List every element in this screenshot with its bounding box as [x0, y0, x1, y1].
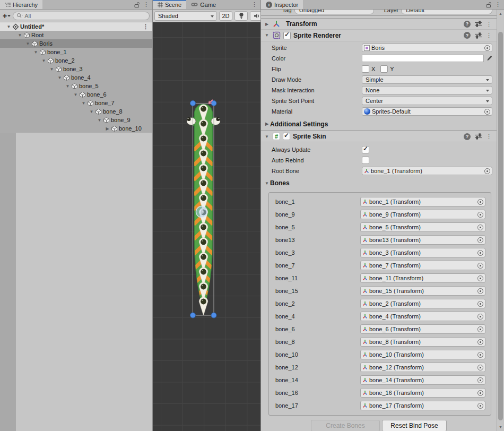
- scene-audio-button[interactable]: [250, 11, 260, 21]
- bones-foldout[interactable]: ▼ Bones: [261, 177, 497, 189]
- presets-icon[interactable]: [475, 32, 482, 39]
- foldout-open-icon[interactable]: ▼: [264, 33, 270, 38]
- bone-object-field[interactable]: bone_4 (Transform): [360, 312, 485, 321]
- foldout-arrow[interactable]: ▼: [48, 67, 55, 72]
- object-picker-icon[interactable]: [477, 314, 483, 320]
- tab-inspector[interactable]: i Inspector: [261, 0, 303, 9]
- scene-viewport[interactable]: [153, 22, 260, 431]
- sprite-skin-component-header[interactable]: ▼ # ✓ Sprite Skin ? ⋮: [261, 131, 497, 142]
- hierarchy-item[interactable]: ▼ bone_1: [0, 48, 152, 56]
- object-picker-icon[interactable]: [477, 199, 483, 205]
- material-object-field[interactable]: Sprites-Default: [362, 107, 492, 116]
- reset-bind-pose-button[interactable]: Reset Bind Pose: [382, 420, 447, 431]
- object-picker-icon[interactable]: [477, 352, 483, 358]
- sprite-skin-enabled-checkbox[interactable]: ✓: [283, 133, 290, 140]
- bone-object-field[interactable]: bone_17 (Transform): [360, 401, 485, 410]
- foldout-arrow[interactable]: ▼: [88, 109, 95, 114]
- foldout-arrow[interactable]: ▼: [24, 41, 31, 46]
- bone-object-field[interactable]: bone_15 (Transform): [360, 286, 485, 296]
- hierarchy-search-input[interactable]: All: [13, 12, 150, 20]
- bone-object-field[interactable]: bone_5 (Transform): [360, 222, 485, 232]
- object-picker-icon[interactable]: [477, 237, 483, 243]
- object-picker-icon[interactable]: [477, 212, 483, 218]
- scene-row[interactable]: ▼ Untitled* ⋮: [0, 22, 152, 31]
- 2d-toggle-button[interactable]: 2D: [219, 11, 232, 21]
- hierarchy-item[interactable]: ▶ bone_10: [0, 124, 152, 133]
- hierarchy-item[interactable]: ▼ Root: [0, 31, 152, 39]
- sprite-renderer-component-header[interactable]: ▼ ✓ Sprite Renderer ? ⋮: [261, 30, 497, 41]
- inspector-scrollbar[interactable]: ▲ ▼: [497, 10, 504, 431]
- hierarchy-item[interactable]: ▼ bone_3: [0, 65, 152, 73]
- kebab-menu-icon[interactable]: ⋮: [143, 24, 149, 30]
- always-update-checkbox[interactable]: ✓: [362, 146, 369, 153]
- additional-settings-foldout[interactable]: ▶ Additional Settings: [261, 118, 497, 131]
- sprite-renderer-enabled-checkbox[interactable]: ✓: [283, 32, 291, 39]
- tab-hierarchy[interactable]: Hierarchy: [0, 0, 42, 9]
- hierarchy-item[interactable]: ▼ bone_7: [0, 99, 152, 107]
- flip-x-checkbox[interactable]: ✓: [362, 65, 369, 73]
- draw-mode-dropdown[interactable]: Simple: [362, 75, 492, 84]
- bone-object-field[interactable]: bone_7 (Transform): [360, 261, 485, 270]
- object-picker-icon[interactable]: [477, 326, 483, 332]
- foldout-arrow[interactable]: ▼: [32, 50, 39, 55]
- foldout-open-icon[interactable]: ▼: [5, 24, 12, 29]
- shading-mode-dropdown[interactable]: Shaded: [154, 11, 217, 21]
- mask-interaction-dropdown[interactable]: None: [362, 86, 492, 94]
- kebab-menu-icon[interactable]: ⋮: [486, 32, 492, 38]
- bone-object-field[interactable]: bone_9 (Transform): [360, 210, 485, 219]
- add-object-button[interactable]: +: [3, 12, 11, 20]
- foldout-open-icon[interactable]: ▼: [264, 134, 270, 139]
- presets-icon[interactable]: [475, 21, 482, 27]
- hierarchy-item[interactable]: ▼ bone_8: [0, 107, 152, 116]
- bone-object-field[interactable]: bone_2 (Transform): [360, 299, 485, 308]
- bone-object-field[interactable]: bone_1 (Transform): [360, 197, 485, 206]
- object-picker-icon[interactable]: [477, 377, 483, 383]
- kebab-menu-icon[interactable]: ⋮: [495, 2, 501, 7]
- object-picker-icon[interactable]: [477, 403, 483, 409]
- foldout-arrow[interactable]: ▶: [104, 126, 111, 131]
- bone-object-field[interactable]: bone_16 (Transform): [360, 388, 485, 398]
- object-picker-icon[interactable]: [477, 250, 483, 256]
- object-picker-icon[interactable]: [477, 339, 483, 345]
- object-picker-icon[interactable]: [477, 275, 483, 281]
- lock-icon[interactable]: [486, 2, 491, 8]
- object-picker-icon[interactable]: [477, 263, 483, 269]
- hierarchy-item[interactable]: ▼ Boris: [0, 39, 152, 48]
- root-bone-object-field[interactable]: bone_1 (Transform): [362, 167, 492, 175]
- scroll-down-icon[interactable]: ▼: [497, 425, 504, 429]
- foldout-arrow[interactable]: ▼: [96, 118, 103, 123]
- tab-scene[interactable]: Scene: [153, 0, 186, 9]
- hierarchy-item[interactable]: ▼ bone_2: [0, 56, 152, 65]
- object-picker-icon[interactable]: [484, 45, 490, 51]
- scene-sprite[interactable]: [153, 22, 261, 431]
- object-picker-icon[interactable]: [484, 168, 490, 174]
- foldout-arrow[interactable]: ▼: [56, 75, 63, 80]
- foldout-arrow[interactable]: ▼: [72, 92, 79, 97]
- foldout-arrow[interactable]: ▼: [16, 33, 23, 38]
- kebab-menu-icon[interactable]: ⋮: [143, 2, 149, 7]
- kebab-menu-icon[interactable]: ⋮: [486, 134, 492, 140]
- scroll-up-icon[interactable]: ▲: [497, 12, 504, 15]
- foldout-arrow[interactable]: ▼: [40, 58, 47, 63]
- eyedropper-icon[interactable]: [486, 55, 492, 62]
- scrollbar-thumb[interactable]: [498, 32, 503, 420]
- help-icon[interactable]: ?: [464, 32, 471, 39]
- create-bones-button[interactable]: Create Bones: [311, 420, 380, 431]
- foldout-arrow[interactable]: ▼: [64, 84, 71, 89]
- layer-dropdown[interactable]: Default: [401, 10, 492, 14]
- tag-dropdown[interactable]: Untagged: [294, 10, 374, 14]
- tab-game[interactable]: Game: [186, 0, 221, 9]
- kebab-menu-icon[interactable]: ⋮: [251, 2, 257, 7]
- bone-object-field[interactable]: bone_11 (Transform): [360, 273, 485, 283]
- presets-icon[interactable]: [475, 133, 482, 140]
- scene-lighting-button[interactable]: [234, 11, 248, 21]
- bone-object-field[interactable]: bone_3 (Transform): [360, 248, 485, 257]
- object-picker-icon[interactable]: [477, 301, 483, 307]
- kebab-menu-icon[interactable]: ⋮: [486, 21, 492, 27]
- foldout-closed-icon[interactable]: ▶: [264, 22, 270, 27]
- hierarchy-item[interactable]: ▼ bone_9: [0, 116, 152, 124]
- hierarchy-item[interactable]: ▼ bone_5: [0, 82, 152, 90]
- sprite-object-field[interactable]: Boris: [362, 44, 492, 52]
- bone-object-field[interactable]: bone_8 (Transform): [360, 337, 485, 347]
- help-icon[interactable]: ?: [464, 21, 471, 28]
